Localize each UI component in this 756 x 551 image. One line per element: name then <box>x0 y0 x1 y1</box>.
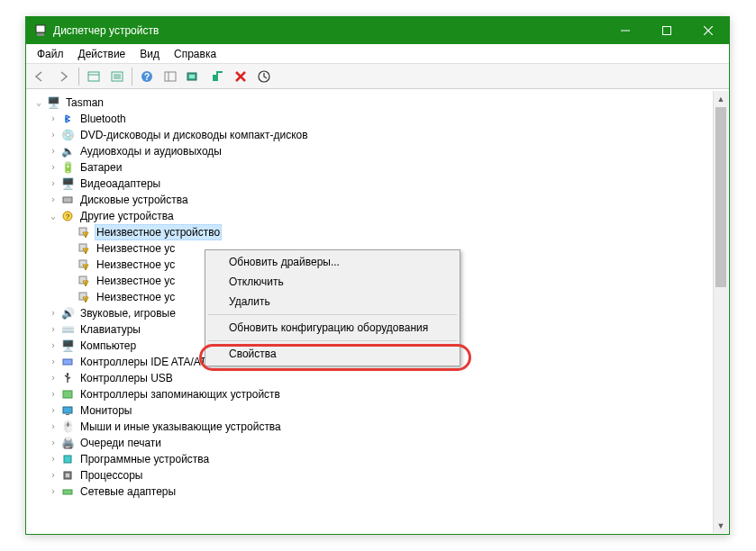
chevron-right-icon[interactable] <box>46 387 60 402</box>
ctx-remove[interactable]: Удалить <box>207 292 458 312</box>
tree-node-storage[interactable]: Контроллеры запоминающих устройств <box>28 386 727 402</box>
show-hidden-button[interactable] <box>83 66 105 87</box>
tree-label: Сетевые адаптеры <box>78 484 178 499</box>
tree-node-audio[interactable]: 🔈Аудиовходы и аудиовыходы <box>28 143 727 159</box>
chevron-right-icon[interactable] <box>46 160 60 175</box>
tree-node-disk[interactable]: Дисковые устройства <box>28 192 727 208</box>
scroll-down-icon[interactable]: ▼ <box>714 518 728 533</box>
tree-label: Контроллеры запоминающих устройств <box>78 387 282 402</box>
storage-icon <box>60 387 75 402</box>
display-icon: 🖥️ <box>60 176 75 191</box>
warning-icon: ! <box>77 274 91 288</box>
computer-icon: 🖥️ <box>60 339 75 353</box>
chevron-right-icon[interactable] <box>46 128 60 142</box>
properties-button[interactable] <box>106 66 128 87</box>
scrollbar-thumb[interactable] <box>715 107 726 287</box>
chevron-down-icon[interactable] <box>32 95 46 110</box>
warning-icon: ! <box>77 257 91 272</box>
other-icon: ? <box>60 209 75 223</box>
ctx-disable[interactable]: Отключить <box>207 272 458 292</box>
svg-rect-42 <box>66 474 69 477</box>
ctx-properties[interactable]: Свойства <box>207 344 458 364</box>
update-driver-button[interactable] <box>253 66 275 87</box>
chevron-right-icon[interactable] <box>46 306 60 321</box>
tree-label: Видеоадаптеры <box>78 176 162 191</box>
tree-node-batteries[interactable]: 🔋Батареи <box>28 159 727 176</box>
maximize-button[interactable] <box>646 17 688 44</box>
chevron-right-icon[interactable] <box>46 420 60 434</box>
usb-icon <box>60 371 75 385</box>
menu-view[interactable]: Вид <box>132 46 167 62</box>
tree-node-monitors[interactable]: Мониторы <box>28 402 727 419</box>
ctx-update-drivers[interactable]: Обновить драйверы... <box>207 252 458 272</box>
menu-file[interactable]: Файл <box>30 46 71 62</box>
menu-help[interactable]: Справка <box>167 46 223 62</box>
tree-label: Очереди печати <box>78 436 163 450</box>
chevron-right-icon[interactable] <box>46 355 60 369</box>
vertical-scrollbar[interactable]: ▲ ▼ <box>713 91 728 533</box>
warning-icon: ! <box>77 241 91 256</box>
speaker-icon: 🔈 <box>60 144 75 158</box>
chevron-right-icon[interactable] <box>46 468 60 483</box>
menubar: Файл Действие Вид Справка <box>26 44 729 64</box>
chevron-right-icon[interactable] <box>46 371 60 385</box>
chevron-right-icon[interactable] <box>46 176 60 191</box>
svg-rect-18 <box>213 75 216 81</box>
chevron-right-icon[interactable] <box>46 484 60 499</box>
tree-node-other[interactable]: ?Другие устройства <box>28 208 727 224</box>
tree-node-bluetooth[interactable]: Bluetooth <box>28 111 727 127</box>
scroll-up-icon[interactable]: ▲ <box>714 91 728 106</box>
tree-node-mice[interactable]: 🖱️Мыши и иные указывающие устройства <box>28 419 727 435</box>
close-button[interactable] <box>688 17 729 44</box>
chevron-right-icon[interactable] <box>46 193 60 207</box>
svg-text:?: ? <box>144 72 150 82</box>
svg-rect-38 <box>63 407 72 413</box>
chevron-down-icon[interactable] <box>46 209 60 223</box>
separator <box>208 314 457 315</box>
list-button[interactable] <box>159 66 181 87</box>
scan-button[interactable] <box>183 66 205 87</box>
uninstall-button[interactable] <box>230 66 251 87</box>
tree-label: Tasman <box>64 95 105 110</box>
enable-button[interactable] <box>206 66 228 87</box>
tree-label: Другие устройства <box>78 209 176 223</box>
chevron-right-icon[interactable] <box>46 436 60 450</box>
svg-rect-22 <box>63 197 72 203</box>
svg-rect-14 <box>165 72 176 81</box>
tree-label: Программные устройства <box>78 452 211 466</box>
separator <box>78 68 79 86</box>
chevron-right-icon[interactable] <box>46 452 60 466</box>
chevron-right-icon[interactable] <box>46 144 60 158</box>
monitor-icon <box>60 403 75 418</box>
ctx-rescan-hardware[interactable]: Обновить конфигурацию оборудования <box>207 318 458 338</box>
tree-node-usb[interactable]: Контроллеры USB <box>28 370 727 386</box>
tree-label: Процессоры <box>78 468 145 483</box>
tree-node-root[interactable]: 🖥️Tasman <box>28 95 727 111</box>
tree-node-network[interactable]: Сетевые адаптеры <box>28 483 727 500</box>
menu-action[interactable]: Действие <box>71 46 133 62</box>
tree-node-printq[interactable]: 🖨️Очереди печати <box>28 435 727 451</box>
help-button[interactable]: ? <box>136 66 158 87</box>
forward-button[interactable] <box>53 66 75 87</box>
computer-icon: 🖥️ <box>46 95 60 110</box>
chevron-right-icon[interactable] <box>46 403 60 418</box>
tree-node-unknown[interactable]: !Неизвестное устройство <box>28 224 727 240</box>
tree-node-video[interactable]: 🖥️Видеоадаптеры <box>28 176 727 192</box>
tree-label: Неизвестное устройство <box>95 224 222 240</box>
tree-node-dvd[interactable]: 💿DVD-дисководы и дисководы компакт-диско… <box>28 127 727 143</box>
tree-label: Bluetooth <box>78 112 128 126</box>
battery-icon: 🔋 <box>60 160 75 175</box>
tree-label: Неизвестное ус <box>95 290 177 304</box>
back-button[interactable] <box>30 66 51 87</box>
chevron-right-icon[interactable] <box>46 339 60 353</box>
chevron-right-icon[interactable] <box>46 322 60 337</box>
tree-node-software[interactable]: Программные устройства <box>28 451 727 467</box>
titlebar[interactable]: Диспетчер устройств <box>26 17 729 44</box>
tree-node-cpu[interactable]: Процессоры <box>28 467 727 483</box>
tree-label: Контроллеры IDE ATA/ATAPI <box>78 355 225 369</box>
minimize-button[interactable] <box>605 17 646 44</box>
printer-icon: 🖨️ <box>60 436 75 450</box>
context-menu: Обновить драйверы... Отключить Удалить О… <box>205 249 460 366</box>
svg-text:?: ? <box>66 212 70 221</box>
chevron-right-icon[interactable] <box>46 112 60 126</box>
